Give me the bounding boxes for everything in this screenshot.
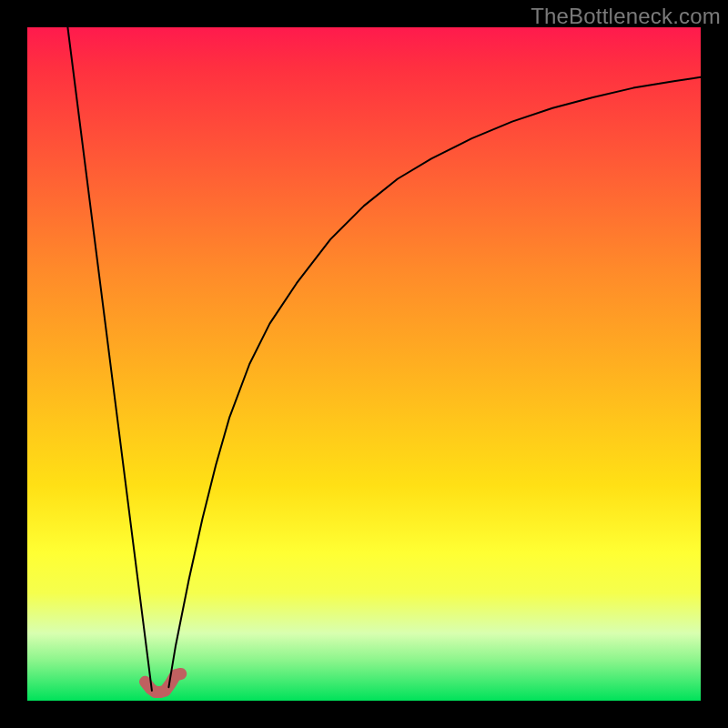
series-main-curve <box>168 77 701 687</box>
chart-svg <box>27 27 701 701</box>
chart-frame: TheBottleneck.com <box>0 0 728 728</box>
chart-plot-area <box>27 27 701 701</box>
watermark-text: TheBottleneck.com <box>531 4 721 29</box>
series-left-edge <box>67 27 151 691</box>
